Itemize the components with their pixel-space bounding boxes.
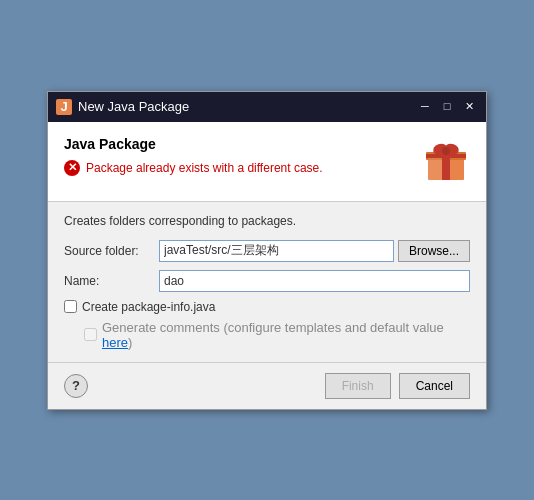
form-description: Creates folders corresponding to package… xyxy=(64,214,470,228)
header-title: Java Package xyxy=(64,136,422,152)
source-folder-row: Source folder: Browse... xyxy=(64,240,470,262)
svg-rect-9 xyxy=(428,158,442,180)
svg-point-8 xyxy=(442,147,450,155)
title-bar-left: J New Java Package xyxy=(56,99,189,115)
gift-icon xyxy=(422,136,470,187)
footer-buttons: Finish Cancel xyxy=(325,373,470,399)
error-icon: ✕ xyxy=(64,160,80,176)
header-section: Java Package ✕ Package already exists wi… xyxy=(48,122,486,202)
name-row: Name: xyxy=(64,270,470,292)
error-message: Package already exists with a different … xyxy=(86,161,323,175)
source-folder-label: Source folder: xyxy=(64,244,159,258)
dialog-body: Java Package ✕ Package already exists wi… xyxy=(48,122,486,409)
footer-section: ? Finish Cancel xyxy=(48,362,486,409)
name-input[interactable] xyxy=(159,270,470,292)
generate-comments-row: Generate comments (configure templates a… xyxy=(84,320,470,350)
content-section: Creates folders corresponding to package… xyxy=(48,202,486,362)
finish-button[interactable]: Finish xyxy=(325,373,391,399)
error-row: ✕ Package already exists with a differen… xyxy=(64,160,422,176)
title-controls: ─ □ ✕ xyxy=(416,98,478,116)
title-icon: J xyxy=(56,99,72,115)
svg-text:J: J xyxy=(60,99,67,114)
source-folder-input[interactable] xyxy=(159,240,394,262)
generate-comments-checkbox[interactable] xyxy=(84,328,97,341)
generate-comments-label: Generate comments (configure templates a… xyxy=(102,320,470,350)
dialog-window: J New Java Package ─ □ ✕ Java Package ✕ … xyxy=(47,91,487,410)
create-package-info-checkbox[interactable] xyxy=(64,300,77,313)
generate-comments-text: Generate comments (configure templates a… xyxy=(102,320,444,335)
maximize-button[interactable]: □ xyxy=(438,98,456,116)
cancel-button[interactable]: Cancel xyxy=(399,373,470,399)
close-button[interactable]: ✕ xyxy=(460,98,478,116)
name-label: Name: xyxy=(64,274,159,288)
browse-button[interactable]: Browse... xyxy=(398,240,470,262)
title-bar: J New Java Package ─ □ ✕ xyxy=(48,92,486,122)
configure-templates-link[interactable]: here xyxy=(102,335,128,350)
create-package-info-row: Create package-info.java xyxy=(64,300,470,314)
minimize-button[interactable]: ─ xyxy=(416,98,434,116)
create-package-info-label[interactable]: Create package-info.java xyxy=(82,300,215,314)
help-button[interactable]: ? xyxy=(64,374,88,398)
generate-comments-end: ) xyxy=(128,335,132,350)
window-title: New Java Package xyxy=(78,99,189,114)
header-text: Java Package ✕ Package already exists wi… xyxy=(64,136,422,176)
